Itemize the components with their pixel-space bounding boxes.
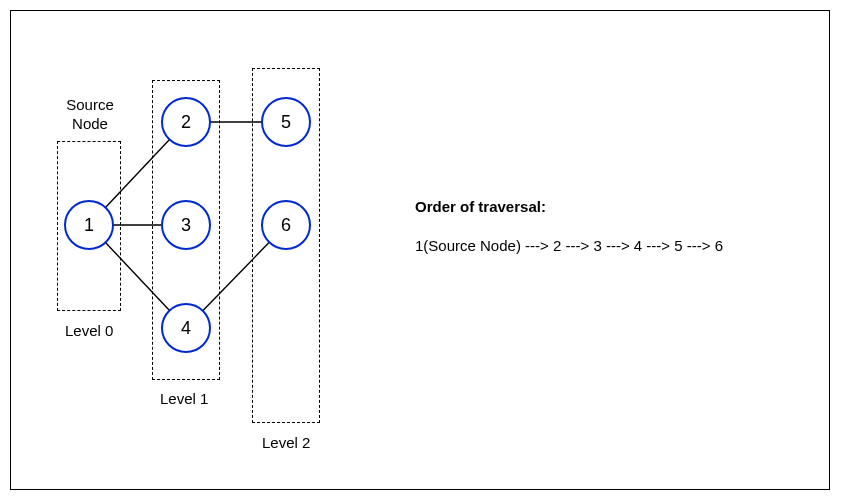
level-2-label: Level 2 (262, 434, 310, 453)
traversal-explanation: Order of traversal: 1(Source Node) ---> … (415, 198, 723, 254)
traversal-order-text: 1(Source Node) ---> 2 ---> 3 ---> 4 --->… (415, 237, 723, 254)
traversal-title: Order of traversal: (415, 198, 723, 215)
graph-node-1: 1 (64, 200, 114, 250)
graph-node-4: 4 (161, 303, 211, 353)
level-1-label: Level 1 (160, 390, 208, 409)
graph-node-2: 2 (161, 97, 211, 147)
source-node-label: Source Node (60, 96, 120, 134)
graph-node-3: 3 (161, 200, 211, 250)
level-0-label: Level 0 (65, 322, 113, 341)
diagram-canvas: 1 2 3 4 5 6 Source Node Level 0 Level 1 … (0, 0, 841, 501)
graph-node-5: 5 (261, 97, 311, 147)
graph-node-6: 6 (261, 200, 311, 250)
